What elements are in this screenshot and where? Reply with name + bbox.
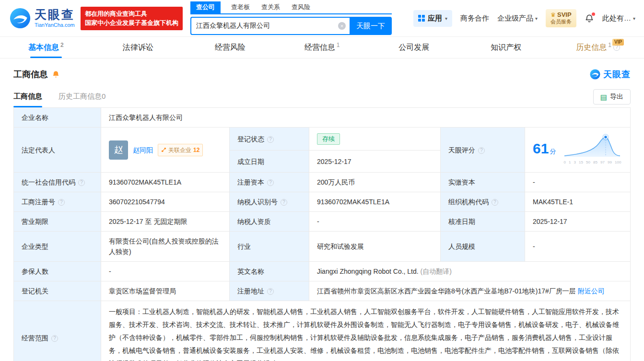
related-count: 12 (193, 145, 199, 155)
excel-icon: ▤ (600, 93, 607, 101)
related-companies-tag[interactable]: 关联企业 12 (158, 144, 203, 156)
establish-date-value: 2025-12-17 (309, 151, 441, 173)
nearby-companies-link[interactable]: 附近公司 (578, 287, 605, 295)
score-value: 61分 (533, 143, 556, 157)
link-enterprise-products[interactable]: 企业级产品 ▾ (497, 14, 538, 23)
subtab-history-business-info[interactable]: 历史工商信息0 (59, 92, 105, 107)
legal-rep-name-link[interactable]: 赵同阳 (133, 145, 153, 155)
paid-capital-label: 实缴资本 (441, 173, 525, 192)
reg-status-label: 登记状态? (230, 128, 309, 151)
info-icon[interactable]: ? (51, 335, 58, 342)
tab-count: 1 (608, 42, 611, 48)
business-scope-value: 一般项目：工业机器人制造，智能机器人的研发，智能机器人销售，工业机器人销售，人工… (101, 301, 631, 361)
clear-icon[interactable]: × (338, 22, 346, 30)
brand-domain: TianYanCha.com (35, 23, 75, 28)
industry-value: 研究和试验发展 (309, 232, 441, 262)
tab-legal-proceedings[interactable]: 法律诉讼 (92, 37, 184, 58)
search-tab-relation[interactable]: 查关系 (260, 2, 281, 13)
staff-size-value: - (525, 232, 631, 262)
link-business-cooperation[interactable]: 商务合作 (460, 14, 489, 23)
brand-name: 天眼查 (35, 9, 75, 21)
apps-grid-icon (418, 15, 425, 22)
avatar[interactable]: 赵 (109, 140, 128, 160)
info-icon[interactable]: ? (492, 199, 498, 206)
subtab-row: 工商信息 历史工商信息0 ▤ 导出 (13, 89, 631, 107)
main-content: 工商信息 天眼查 工商信息 历史工商信息0 ▤ 导出 (0, 58, 644, 361)
tianyancha-logo[interactable]: 天眼查 TianYanCha.com (10, 8, 75, 29)
business-scope-label: 经营范围? (14, 301, 101, 361)
search-button[interactable]: 天眼一下 (350, 17, 392, 35)
tab-operation-risk[interactable]: 经营风险 (184, 37, 276, 58)
score-axis: 0 1 3 15 50 85 97 99 100 (563, 157, 621, 168)
search-input-wrap: × (190, 17, 350, 35)
search-tab-boss[interactable]: 查老板 (230, 2, 251, 13)
svip-member-button[interactable]: ♛ SVIP 会员服务 (546, 9, 576, 27)
approval-date-label: 核准日期 (441, 212, 525, 232)
business-term-value: 2025-12-17 至 无固定期限 (101, 212, 230, 232)
top-header: 天眼查 TianYanCha.com 都在用的商业查询工具 国家中小企业发展子基… (0, 0, 644, 37)
row-insured-english: 参保人数 - 英文名称 Jiangxi Zhongqing Robot Co.,… (14, 262, 631, 281)
vip-badge: VIP (612, 39, 624, 46)
reg-authority-value: 章贡区市场监督管理局 (101, 281, 230, 301)
tianyancha-logo-icon (590, 69, 600, 80)
header-actions: 应用 ▾ 商务合作 企业级产品 ▾ ♛ SVIP 会员服务 此处有… ▾ (413, 9, 635, 27)
org-code-value: MAK45TLE-1 (525, 192, 631, 212)
tianyancha-logo-icon (10, 8, 31, 29)
apps-menu[interactable]: 应用 ▾ (413, 10, 452, 27)
taxpayer-id-label: 纳税人识别号? (230, 192, 309, 212)
info-icon[interactable]: ? (78, 179, 85, 186)
row-authority-address: 登记机关 章贡区市场监督管理局 注册地址? 江西省赣州市章贡区高新区水西产业园金… (14, 281, 631, 301)
location-indicator[interactable]: 此处有… ▾ (602, 14, 635, 23)
search-input[interactable] (196, 22, 338, 30)
approval-date-value: 2025-12-17 (525, 212, 631, 232)
section-header: 工商信息 天眼查 (13, 67, 631, 82)
tab-count: 1 (337, 42, 340, 48)
info-icon[interactable]: ? (281, 199, 287, 206)
svip-label: SVIP (557, 11, 572, 19)
slogan-line1: 都在用的商业查询工具 (85, 9, 178, 19)
company-name-label: 企业名称 (14, 108, 101, 128)
subtab-business-info[interactable]: 工商信息 (13, 92, 42, 107)
row-term-quality-approval: 营业期限 2025-12-17 至 无固定期限 纳税人资质 - 核准日期 202… (14, 212, 631, 232)
info-icon[interactable]: ? (478, 147, 485, 154)
english-name-value: Jiangxi Zhongqing Robot Co., Ltd. (自动翻译) (309, 262, 631, 281)
info-icon[interactable]: ? (267, 179, 274, 186)
industry-label: 行业 (230, 232, 309, 262)
legal-rep-cell: 赵 赵同阳 关联企业 12 (101, 128, 230, 173)
status-badge: 存续 (317, 133, 340, 145)
notification-bell[interactable] (585, 13, 594, 23)
english-name-label: 英文名称 (230, 262, 309, 281)
monitor-bell-icon[interactable] (52, 70, 60, 79)
reg-number-label: 工商注册号? (14, 192, 101, 212)
address-value: 江西省赣州市章贡区高新区水西产业园金华路8号(水西产业基地B7-01地块)17#… (309, 281, 631, 301)
tab-history-info[interactable]: 历史信息1 ? VIP (552, 37, 644, 58)
org-code-label: 组织机构代码? (441, 192, 525, 212)
info-icon[interactable]: ? (267, 288, 274, 295)
chevron-down-icon: ▾ (535, 16, 538, 21)
score-label: 天眼评分? (441, 128, 525, 173)
logo-text: 天眼查 TianYanCha.com (35, 9, 75, 28)
watermark-text: 天眼查 (603, 69, 631, 80)
row-type-industry-staff: 企业类型 有限责任公司(自然人投资或控股的法人独资) 行业 研究和试验发展 人员… (14, 232, 631, 262)
company-type-label: 企业类型 (14, 232, 101, 262)
apps-label: 应用 (428, 14, 442, 23)
relation-icon (161, 147, 166, 152)
info-icon[interactable]: ? (58, 199, 65, 206)
page-title: 工商信息 (13, 69, 48, 80)
tab-company-development[interactable]: 公司发展 (368, 37, 460, 58)
notification-dot (592, 12, 595, 16)
taxpayer-quality-label: 纳税人资质 (230, 212, 309, 232)
tab-basic-info[interactable]: 基本信息2 (0, 37, 92, 58)
insured-label: 参保人数 (14, 262, 101, 281)
reg-status-value: 存续 (309, 128, 441, 151)
row-legal-rep-status: 法定代表人 赵 赵同阳 关联企业 12 登记状态? (14, 128, 631, 151)
export-button[interactable]: ▤ 导出 (593, 89, 631, 105)
search-tab-risk[interactable]: 查风险 (291, 2, 311, 13)
search-tab-company[interactable]: 查公司 (190, 1, 221, 13)
credit-code-value: 91360702MAK45TLE1A (101, 173, 230, 192)
info-icon[interactable]: ? (267, 136, 274, 143)
row-regnum-taxid-orgcode: 工商注册号? 360702210547794 纳税人识别号? 91360702M… (14, 192, 631, 212)
tab-operation-info[interactable]: 经营信息1 (276, 37, 368, 58)
business-term-label: 营业期限 (14, 212, 101, 232)
tab-intellectual-property[interactable]: 知识产权 (460, 37, 552, 58)
